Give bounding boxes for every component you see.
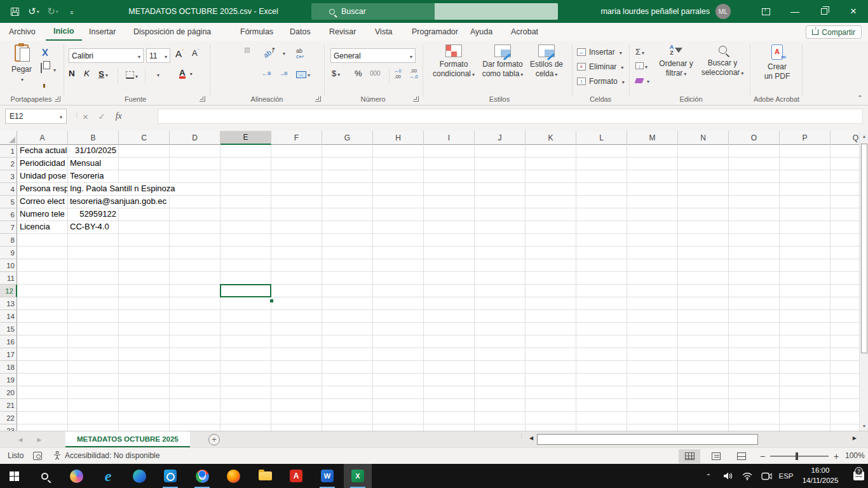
ribbon-display-options-button[interactable] — [751, 0, 780, 23]
orientation-caret-icon[interactable] — [281, 48, 285, 57]
formula-input[interactable] — [158, 109, 863, 124]
number-dialog-launcher[interactable] — [413, 96, 419, 102]
row-header-18[interactable]: 18 — [0, 361, 17, 374]
vertical-scrollbar[interactable]: ▲ ▼ — [859, 131, 868, 431]
accessibility-status[interactable]: Accesibilidad: No disponible — [53, 451, 159, 460]
insert-function-button[interactable]: fx — [116, 111, 122, 121]
close-button[interactable]: × — [839, 0, 868, 23]
sheet-tab[interactable]: METADATOS OCTUBRE 2025 — [65, 431, 190, 447]
decrease-indent-button[interactable]: ←≡ — [262, 70, 271, 77]
excel-button[interactable]: X — [344, 464, 372, 488]
fill-button[interactable]: ↓ — [635, 61, 648, 71]
new-sheet-button[interactable]: + — [208, 434, 220, 445]
cell-styles-button[interactable]: Estilos de celda — [525, 44, 568, 79]
scroll-up-icon[interactable]: ▲ — [860, 131, 868, 141]
chrome-button[interactable] — [188, 464, 216, 488]
name-box[interactable]: E12 — [5, 109, 67, 124]
row-header-21[interactable]: 21 — [0, 399, 17, 412]
row-header-23[interactable]: 23 — [0, 424, 17, 431]
row-header-16[interactable]: 16 — [0, 336, 17, 348]
row-header-11[interactable]: 11 — [0, 272, 17, 285]
alignment-dialog-launcher[interactable] — [315, 96, 321, 102]
column-header-D[interactable]: D — [170, 131, 220, 145]
column-header-F[interactable]: F — [271, 131, 322, 145]
column-header-L[interactable]: L — [576, 131, 627, 145]
collapse-ribbon-button[interactable]: ⌃ — [857, 94, 863, 102]
format-as-table-button[interactable]: Dar formato como tabla — [478, 44, 527, 79]
cell-A6[interactable]: Numero tele — [18, 208, 67, 220]
column-header-H[interactable]: H — [373, 131, 424, 145]
align-bottom-button[interactable] — [245, 48, 249, 52]
cell-B6[interactable]: 52959122 — [68, 208, 119, 220]
taskbar-search-button[interactable] — [31, 464, 58, 488]
start-button[interactable] — [0, 464, 28, 488]
wrap-text-button[interactable]: abc↩ — [296, 48, 304, 60]
zoom-in-button[interactable]: + — [834, 451, 839, 461]
row-header-1[interactable]: 1 — [0, 145, 17, 158]
volume-button[interactable] — [719, 464, 737, 488]
view-page-layout-button[interactable] — [705, 449, 727, 463]
view-page-break-button[interactable] — [731, 449, 752, 463]
decrease-font-button[interactable]: Aˇ — [192, 48, 199, 58]
row-header-10[interactable]: 10 — [0, 259, 17, 272]
column-header-G[interactable]: G — [322, 131, 373, 145]
copilot-button[interactable] — [62, 464, 90, 488]
row-header-14[interactable]: 14 — [0, 310, 17, 323]
zoom-out-button[interactable]: − — [760, 451, 765, 461]
zoom-level[interactable]: 100% — [845, 451, 865, 460]
merge-center-button[interactable]: ↔ — [296, 70, 310, 79]
cell-B5[interactable]: tesoreria@sanjuan.gob.ec — [68, 196, 168, 208]
scroll-down-icon[interactable]: ▼ — [860, 421, 868, 431]
cell-A2[interactable]: Periodicidad — [18, 158, 67, 170]
zoom-slider-thumb[interactable] — [796, 452, 798, 460]
cell-B1[interactable]: 31/10/2025 — [68, 145, 119, 157]
notification-center-button[interactable]: 7 — [849, 464, 868, 488]
italic-button[interactable]: K — [84, 69, 90, 78]
cell-A3[interactable]: Unidad pose — [18, 170, 67, 182]
row-header-20[interactable]: 20 — [0, 386, 17, 399]
macro-record-icon[interactable] — [33, 452, 42, 460]
hidden-icons-button[interactable]: ⌃ — [700, 464, 717, 488]
row-header-9[interactable]: 9 — [0, 247, 17, 259]
save-button[interactable] — [5, 0, 24, 23]
currency-button[interactable]: $ — [332, 69, 340, 78]
delete-cells-button[interactable]: × Eliminar — [577, 62, 623, 71]
tab-formulas[interactable]: Fórmulas — [233, 23, 281, 41]
tab-datos[interactable]: Datos — [282, 23, 318, 41]
edge-button[interactable] — [125, 464, 153, 488]
cell-A7[interactable]: Licencia — [18, 221, 67, 233]
user-avatar[interactable]: ML — [715, 4, 731, 19]
view-normal-button[interactable] — [679, 449, 700, 463]
paste-button[interactable]: Pegar — [6, 44, 37, 84]
column-header-O[interactable]: O — [729, 131, 780, 145]
font-dialog-launcher[interactable] — [200, 96, 205, 102]
cell-B3[interactable]: Tesoreria — [68, 170, 105, 182]
row-header-19[interactable]: 19 — [0, 374, 17, 386]
fill-color-button[interactable] — [153, 69, 159, 79]
find-select-button[interactable]: Buscar y seleccionar — [699, 44, 746, 78]
sort-filter-button[interactable]: AZ Ordenar y filtrar — [656, 44, 696, 78]
column-header-Q[interactable]: Q — [831, 131, 859, 145]
thousands-button[interactable]: 000 — [370, 70, 381, 77]
horizontal-scrollbar[interactable]: ◀ ▶ — [529, 434, 857, 445]
row-header-8[interactable]: 8 — [0, 234, 17, 247]
spreadsheet-grid[interactable]: ABCDEFGHIJKLMNOPQ 1234567891011121314151… — [0, 131, 859, 431]
borders-button[interactable] — [126, 70, 138, 80]
column-header-J[interactable]: J — [475, 131, 526, 145]
row-header-17[interactable]: 17 — [0, 348, 17, 361]
clipboard-dialog-launcher[interactable] — [55, 96, 60, 102]
column-header-E[interactable]: E — [220, 131, 271, 145]
copy-button[interactable] — [41, 64, 42, 72]
orientation-button[interactable]: ab↗ — [262, 45, 278, 60]
insert-cells-button[interactable]: ← Insertar — [577, 48, 622, 57]
clear-button[interactable] — [635, 76, 649, 85]
undo-button[interactable]: ↺▾ — [24, 0, 43, 23]
vertical-scroll-thumb[interactable] — [861, 144, 867, 353]
font-color-button[interactable]: A — [179, 67, 193, 78]
cancel-button[interactable]: × — [83, 111, 88, 122]
format-cells-button[interactable]: ↕ Formato — [577, 77, 625, 86]
outlook-button[interactable] — [156, 464, 184, 488]
tab-disposicion[interactable]: Disposición de página — [126, 23, 219, 41]
row-header-12[interactable]: 12 — [0, 285, 17, 297]
underline-button[interactable]: S — [98, 69, 108, 79]
